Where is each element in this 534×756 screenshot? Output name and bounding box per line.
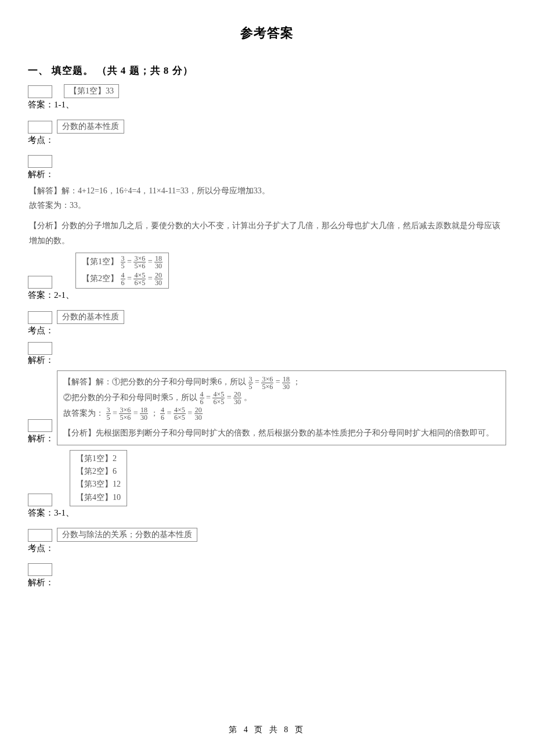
q1-analysis-row [28,155,506,168]
empty-box [28,494,52,506]
empty-box [28,276,52,289]
q2-topic-row: 分数的基本性质 [28,310,506,324]
q2-analysis-label: 解析： [28,355,54,367]
q3-topic-row: 分数与除法的关系；分数的基本性质 [28,528,506,542]
fraction: 3×65×6 [134,255,146,269]
empty-box [28,342,52,355]
q1-answer-row: 【第1空】33 [28,84,506,98]
q3-blank4: 【第4空】10 [76,491,121,504]
q1-analysis-label: 解析： [28,169,506,181]
empty-box [28,85,52,98]
text: ； [150,409,158,417]
q2-blank1: 【第1空】 35 = 3×65×6 = 1830 [82,255,163,269]
fraction: 46 [160,406,165,421]
q3-topic-box: 分数与除法的关系；分数的基本性质 [57,528,197,542]
q3-answer-box: 【第1空】2 【第2空】6 【第3空】12 【第4空】10 [70,450,127,507]
q2-fenxi: 【分析】先根据图形判断分子和分母同时扩大的倍数，然后根据分数的基本性质把分子和分… [63,426,500,441]
fraction: 3×65×6 [261,376,273,390]
q2-jieda2: ②把分数的分子和分母同时乘5，所以 46 = 4×56×5 = 2030 。 [63,390,500,406]
q3-analysis-label: 解析： [28,577,506,589]
q1-analysis-line2: 故答案为：33。 [29,198,506,213]
q2-answer-box: 【第1空】 35 = 3×65×6 = 1830 【第2空】 46 = 4×56… [75,253,169,289]
fraction: 3×65×6 [119,406,131,421]
fraction: 35 [248,376,253,390]
fraction: 2030 [233,391,241,405]
fraction: 4×56×5 [212,391,225,405]
text: ； [293,377,301,386]
text: 故答案为： [63,409,104,417]
q2-analysis-label-2: 解析： [28,433,54,445]
fraction: 4×56×5 [134,272,146,286]
empty-box [28,311,52,324]
q1-analysis-line1: 【解答】解：4+12=16，16÷4=4，11×4-11=33，所以分母应增加3… [29,183,506,198]
empty-box [28,155,52,168]
q3-topic-label: 考点： [28,543,506,555]
fraction: 46 [200,391,204,405]
empty-box [28,121,52,134]
fraction: 1830 [140,406,148,421]
q1-topic-label: 考点： [28,135,506,147]
q2-blank2-prefix: 【第2空】 [82,274,118,283]
fraction: 1830 [154,255,163,269]
fraction: 2030 [194,406,203,421]
q1-analysis-text: 【解答】解：4+12=16，16÷4=4，11×4-11=33，所以分母应增加3… [28,183,506,248]
section-header: 一、 填空题。 （共 4 题；共 8 分） [28,64,506,77]
q3-analysis-row [28,563,506,576]
empty-box [28,419,52,432]
q2-topic-label: 考点： [28,325,506,337]
q2-topic-box: 分数的基本性质 [57,310,124,324]
q1-answer-label: 答案：1-1、 [28,99,506,111]
q1-answer-box: 【第1空】33 [64,84,119,98]
q1-topic-box: 分数的基本性质 [57,120,124,134]
q2-blank1-prefix: 【第1空】 [82,257,118,266]
fraction: 4×56×5 [174,406,186,421]
q2-guda: 故答案为： 35 = 3×65×6 = 1830 ； 46 = 4×56×5 =… [63,406,500,422]
q1-analysis-line3: 【分析】分数的分子增加几之后，要使分数的大小不变，计算出分子扩大了几倍，那么分母… [29,218,506,247]
page-title: 参考答案 [0,0,534,59]
q3-blank3: 【第3空】12 [76,478,121,491]
q3-answer-row: 【第1空】2 【第2空】6 【第3空】12 【第4空】10 [28,450,506,507]
fraction: 2030 [154,272,163,286]
content-area: 一、 填空题。 （共 4 题；共 8 分） 【第1空】33 答案：1-1、 分数… [0,64,534,589]
text: 【解答】解：①把分数的分子和分母同时乘6，所以 [63,377,246,386]
fraction: 35 [106,406,111,421]
empty-box [28,563,52,576]
text: ②把分数的分子和分母同时乘5，所以 [63,393,197,402]
q1-topic-row: 分数的基本性质 [28,120,506,134]
q3-blank1: 【第1空】2 [76,452,121,465]
fraction: 46 [121,272,125,286]
q3-blank2: 【第2空】6 [76,465,121,478]
page-footer: 第 4 页 共 8 页 [0,725,534,735]
q2-answer-label: 答案：2-1、 [28,290,506,302]
q2-answer-row: 【第1空】 35 = 3×65×6 = 1830 【第2空】 46 = 4×56… [28,253,506,289]
fraction: 1830 [282,376,290,390]
q3-answer-label: 答案：3-1、 [28,507,506,520]
fraction: 35 [121,255,125,269]
empty-box [28,529,52,542]
q2-jieda1: 【解答】解：①把分数的分子和分母同时乘6，所以 35 = 3×65×6 = 18… [63,375,500,390]
text: 。 [244,393,252,402]
q2-analysis-text: 【解答】解：①把分数的分子和分母同时乘6，所以 35 = 3×65×6 = 18… [57,370,506,445]
q2-blank2: 【第2空】 46 = 4×56×5 = 2030 [82,272,163,286]
